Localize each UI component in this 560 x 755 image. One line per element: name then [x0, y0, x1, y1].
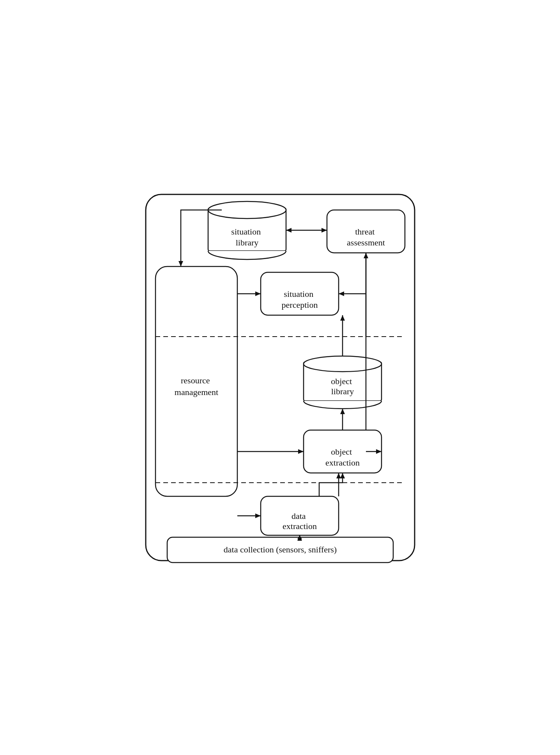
object-library-label: object library [331, 376, 354, 396]
diagram-container: situation library threat assessment situ… [140, 189, 420, 566]
data-collection-label: data collection (sensors, sniffers) [223, 545, 336, 554]
svg-point-7 [304, 356, 382, 372]
